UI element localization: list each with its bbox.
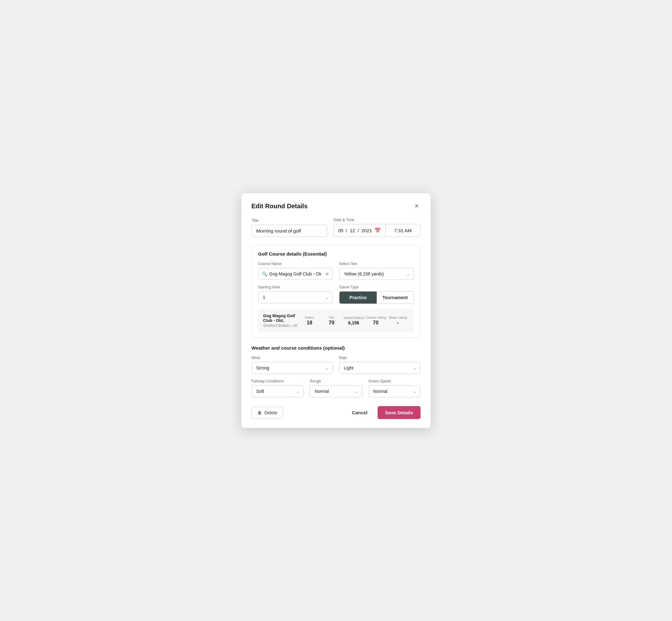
yards-stat: Yards(Yellow) 6,156 — [343, 316, 365, 325]
title-date-row: Title Date & Time 05 / 12 / 2021 📅 7:31 … — [251, 218, 421, 237]
green-speed-label: Green Speed — [369, 379, 421, 383]
golf-course-title: Golf Course details (Essential) — [258, 251, 414, 256]
game-type-label: Game Type — [339, 285, 414, 289]
search-icon: 🔍 — [262, 272, 267, 277]
cancel-button[interactable]: Cancel — [348, 407, 371, 418]
rain-label: Rain — [339, 356, 421, 360]
fairway-rough-green-row: Fairway Conditions Soft Normal Firm ⌄ Ro… — [251, 379, 421, 397]
date-time-row: 05 / 12 / 2021 📅 7:31 AM — [333, 224, 421, 237]
wind-select-wrap: None Light Moderate Strong ⌄ — [251, 362, 333, 374]
title-input[interactable] — [251, 225, 327, 237]
yards-value: 6,156 — [348, 320, 359, 325]
edit-round-modal: Edit Round Details × Title Date & Time 0… — [241, 193, 431, 428]
yards-label: Yards(Yellow) — [343, 316, 365, 320]
modal-footer: 🗑 Delete Cancel Save Details — [251, 404, 421, 419]
course-rating-value: 70 — [373, 320, 379, 326]
course-name-label: Course Name — [258, 261, 333, 266]
select-tee-wrap: Yellow (6,156 yards) White Red Blue ⌄ — [339, 268, 414, 280]
course-info-name: Gog Magog Golf Club - Old, Shelford Bott… — [263, 313, 298, 328]
rain-field-group: Rain None Light Moderate Heavy ⌄ — [339, 356, 421, 374]
rough-label: Rough — [310, 379, 362, 383]
green-speed-field-group: Green Speed Slow Normal Fast ⌄ — [369, 379, 421, 397]
course-rating-stat: Course rating 70 — [365, 316, 387, 326]
course-name-search-wrap: 🔍 ✕ — [258, 268, 333, 280]
par-stat: Par 70 — [321, 316, 343, 326]
rough-dropdown[interactable]: Soft Normal Firm — [310, 385, 362, 397]
wind-field-group: Wind None Light Moderate Strong ⌄ — [251, 356, 333, 374]
title-field-group: Title — [251, 218, 327, 237]
green-speed-dropdown[interactable]: Slow Normal Fast — [369, 385, 421, 397]
wind-rain-row: Wind None Light Moderate Strong ⌄ Rain N… — [251, 356, 421, 374]
close-button[interactable]: × — [413, 202, 421, 210]
slope-rating-value: - — [397, 320, 398, 326]
select-tee-field-group: Select Tee Yellow (6,156 yards) White Re… — [339, 261, 414, 280]
holes-value: 18 — [307, 320, 312, 326]
holes-stat: Holes 18 — [298, 316, 321, 326]
date-year: 2021 — [362, 228, 372, 233]
modal-title: Edit Round Details — [251, 203, 307, 210]
game-type-toggle: Practice Tournament — [339, 291, 414, 304]
course-rating-label: Course rating — [365, 316, 386, 319]
rough-field-group: Rough Soft Normal Firm ⌄ — [310, 379, 362, 397]
starting-hole-game-type-row: Starting Hole 1 2 3 4 10 ⌄ Game Type Pra… — [258, 285, 414, 304]
weather-title: Weather and course conditions (optional) — [251, 345, 421, 350]
wind-dropdown[interactable]: None Light Moderate Strong — [251, 362, 333, 374]
rain-select-wrap: None Light Moderate Heavy ⌄ — [339, 362, 421, 374]
course-location: Shelford Bottom, UK — [263, 323, 298, 328]
clear-icon[interactable]: ✕ — [325, 271, 329, 277]
starting-hole-field-group: Starting Hole 1 2 3 4 10 ⌄ — [258, 285, 333, 304]
course-name-input[interactable] — [258, 268, 333, 280]
fairway-dropdown[interactable]: Soft Normal Firm — [251, 385, 303, 397]
holes-label: Holes — [305, 316, 314, 319]
rain-dropdown[interactable]: None Light Moderate Heavy — [339, 362, 421, 374]
wind-label: Wind — [251, 356, 333, 360]
date-sep2: / — [358, 228, 359, 233]
course-name-tee-row: Course Name 🔍 ✕ Select Tee Yellow (6,156… — [258, 261, 414, 280]
slope-rating-stat: Slope rating - — [387, 316, 409, 326]
fairway-label: Fairway Conditions — [251, 379, 303, 383]
practice-toggle-button[interactable]: Practice — [339, 292, 377, 303]
title-label: Title — [251, 218, 327, 223]
starting-hole-wrap: 1 2 3 4 10 ⌄ — [258, 291, 333, 303]
tournament-toggle-button[interactable]: Tournament — [377, 292, 414, 303]
delete-label: Delete — [264, 410, 277, 415]
course-name-display: Gog Magog Golf Club - Old, — [263, 313, 298, 323]
select-tee-dropdown[interactable]: Yellow (6,156 yards) White Red Blue — [339, 268, 414, 280]
time-part[interactable]: 7:31 AM — [385, 224, 420, 237]
date-field-group: Date & Time 05 / 12 / 2021 📅 7:31 AM — [333, 218, 421, 237]
par-value: 70 — [329, 320, 334, 326]
golf-course-section: Golf Course details (Essential) Course N… — [251, 245, 421, 338]
select-tee-label: Select Tee — [339, 261, 414, 266]
rough-select-wrap: Soft Normal Firm ⌄ — [310, 385, 362, 397]
date-month: 05 — [338, 228, 344, 233]
starting-hole-label: Starting Hole — [258, 285, 333, 289]
weather-section: Weather and course conditions (optional)… — [251, 345, 421, 397]
footer-right: Cancel Save Details — [348, 406, 421, 419]
time-value: 7:31 AM — [394, 228, 411, 233]
starting-hole-dropdown[interactable]: 1 2 3 4 10 — [258, 291, 333, 303]
date-part[interactable]: 05 / 12 / 2021 📅 — [334, 224, 385, 237]
game-type-field-group: Game Type Practice Tournament — [339, 285, 414, 304]
course-name-field-group: Course Name 🔍 ✕ — [258, 261, 333, 280]
course-info-row: Gog Magog Golf Club - Old, Shelford Bott… — [258, 309, 414, 332]
date-sep1: / — [346, 228, 347, 233]
fairway-field-group: Fairway Conditions Soft Normal Firm ⌄ — [251, 379, 303, 397]
modal-header: Edit Round Details × — [251, 202, 421, 210]
slope-rating-label: Slope rating — [389, 316, 407, 319]
par-label: Par — [329, 316, 334, 319]
green-speed-select-wrap: Slow Normal Fast ⌄ — [369, 385, 421, 397]
date-day: 12 — [350, 228, 355, 233]
date-label: Date & Time — [333, 218, 421, 222]
fairway-select-wrap: Soft Normal Firm ⌄ — [251, 385, 303, 397]
save-details-button[interactable]: Save Details — [378, 406, 421, 419]
trash-icon: 🗑 — [257, 410, 262, 415]
calendar-icon[interactable]: 📅 — [375, 227, 381, 234]
delete-button[interactable]: 🗑 Delete — [251, 407, 283, 419]
